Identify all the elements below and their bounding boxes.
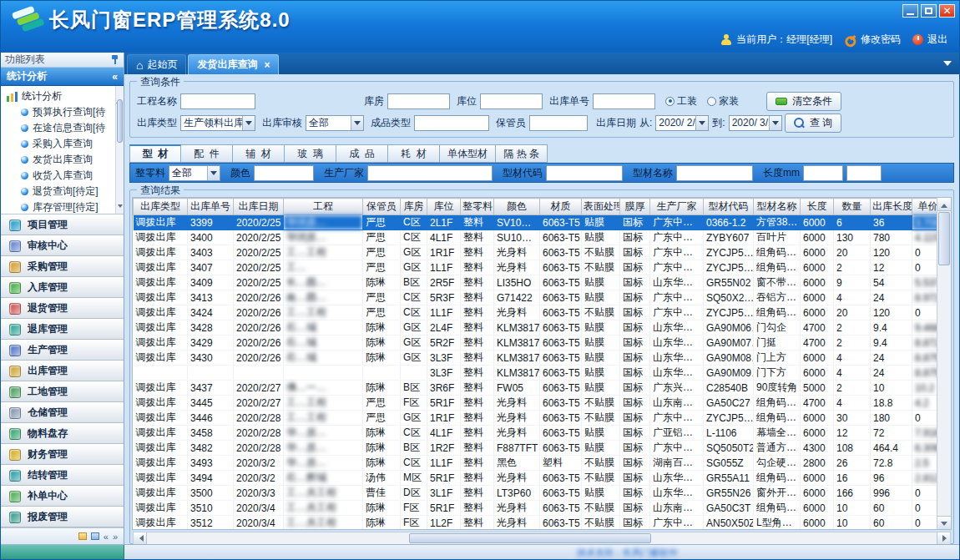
column-header[interactable]: 整零料 xyxy=(461,199,494,215)
project-name-input[interactable] xyxy=(180,93,255,109)
sidebar-section-return-warehouse[interactable]: 退库管理 xyxy=(1,319,124,340)
table-row[interactable]: 调拨出库34932020/3/2华…原…陈琳C区1L1F整料黑色塑料不贴膜国标湖… xyxy=(134,456,952,471)
maximize-button[interactable] xyxy=(921,4,937,18)
pin-icon[interactable] xyxy=(110,55,119,64)
audit-select[interactable]: 全部 xyxy=(306,115,364,131)
radio-jiazhuang[interactable] xyxy=(707,97,716,106)
location-input[interactable] xyxy=(480,93,543,109)
date-to-picker[interactable]: 2020/ 3/16 xyxy=(729,115,782,131)
tab-list-dropdown-icon[interactable] xyxy=(943,61,952,70)
sidebar-section-warehouse[interactable]: 仓储管理 xyxy=(1,402,124,423)
column-header[interactable]: 材质 xyxy=(540,199,582,215)
vertical-scrollbar-thumb[interactable] xyxy=(938,212,950,265)
close-tab-icon[interactable]: × xyxy=(264,59,270,71)
table-row[interactable]: 3L3F整料KLM38176063-T5贴膜国标山东华…GA90M09…门下方6… xyxy=(134,366,952,381)
tab-shipment-query[interactable]: 发货出库查询 × xyxy=(188,54,279,74)
table-row[interactable]: 调拨出库34292020/2/26石…城陈琳G区5R2F整料KLM3817606… xyxy=(134,335,952,351)
length-min-input[interactable] xyxy=(803,165,843,181)
column-header[interactable]: 工程 xyxy=(284,199,363,215)
material-tab[interactable]: 耗 材 xyxy=(388,144,440,163)
material-tab[interactable]: 玻 璃 xyxy=(285,144,336,163)
table-row[interactable]: 调拨出库34372020/2/27佛…一…陈琳B区3R6F整料FW056063-… xyxy=(134,381,952,396)
table-row[interactable]: 调拨出库34302020/2/26石…城陈琳G区3L3F整料KLM3817606… xyxy=(134,351,952,366)
whole-piece-select[interactable]: 全部 xyxy=(169,165,220,181)
table-row[interactable]: 调拨出库34032020/2/25工…工程严思G区1R1F整料光身料6063-T… xyxy=(134,245,952,260)
material-tab[interactable]: 型 材 xyxy=(129,144,181,163)
table-row[interactable]: 调拨出库35002020/3/3工…共工程曹佳D区3L1F整料LT3P60606… xyxy=(134,486,952,501)
sidebar-section-audit[interactable]: 审核中心 xyxy=(1,235,124,256)
table-row[interactable]: 调拨出库34452020/2/27工…工程严思F区5R1F整料光身料6063-T… xyxy=(134,396,952,411)
sidebar-section-carryover[interactable]: 结转管理 xyxy=(1,465,124,486)
material-tab[interactable]: 配 件 xyxy=(181,144,233,163)
table-row[interactable]: 调拨出库34462020/2/28工…工程严思G区1R1F整料光身料6063-T… xyxy=(134,411,952,426)
sidebar-section-finance[interactable]: 财务管理 xyxy=(1,444,124,465)
table-row[interactable]: 调拨出库33992020/2/25华润原…严思C区2L1F整料SV10…6063… xyxy=(134,215,952,230)
column-header[interactable]: 出库类型 xyxy=(134,199,188,215)
folder-blue-icon[interactable] xyxy=(91,532,99,540)
horizontal-scrollbar-thumb[interactable] xyxy=(409,533,651,543)
table-row[interactable]: 调拨出库34242020/2/26工…工程严思C区1L1F整料光身料6063-T… xyxy=(134,305,952,320)
collapse-icon[interactable]: « xyxy=(112,71,118,83)
scroll-up-button[interactable] xyxy=(937,198,951,211)
column-header[interactable]: 型材名称 xyxy=(754,199,801,215)
table-row[interactable]: 调拨出库34822020/2/28华…原…陈琳B区1R2F整料F887TFT60… xyxy=(134,441,952,456)
table-row[interactable]: 调拨出库34282020/2/26石…城陈琳G区2L4F整料KLM3817606… xyxy=(134,320,952,335)
sidebar-section-supplement[interactable]: 补单中心 xyxy=(1,486,124,507)
manufacturer-input[interactable] xyxy=(367,165,493,181)
tree-scrollbar[interactable] xyxy=(115,86,124,214)
column-header[interactable]: 生产厂家 xyxy=(650,199,704,215)
sidebar-section-purchase[interactable]: 采购管理 xyxy=(1,256,124,277)
table-row[interactable]: 调拨出库34582020/2/28华…原…陈琳C区4L1F整料光身料6063-T… xyxy=(134,426,952,441)
change-password-link[interactable]: 修改密码 xyxy=(861,33,901,47)
tree-item[interactable]: 库存管理[待定] xyxy=(7,199,115,214)
profile-name-input[interactable] xyxy=(676,165,753,181)
tab-home[interactable]: ⌂ 起始页 xyxy=(127,54,186,74)
length-max-input[interactable] xyxy=(846,165,882,181)
sidebar-section-production[interactable]: 生产管理 xyxy=(1,340,124,361)
material-tab[interactable]: 辅 材 xyxy=(233,144,285,163)
folder-icon[interactable] xyxy=(78,532,87,540)
out-type-select[interactable]: 生产领料出库 xyxy=(180,115,255,131)
search-button[interactable]: 查 询 xyxy=(785,114,841,133)
vertical-scrollbar[interactable] xyxy=(937,198,951,529)
table-row[interactable]: 调拨出库34002020/2/25华润原…严思C区4L1F整料SU10…6063… xyxy=(134,230,952,245)
material-tab[interactable]: 成 品 xyxy=(336,144,388,163)
sidebar-section-inventory[interactable]: 物料盘存 xyxy=(1,423,124,444)
order-no-input[interactable] xyxy=(593,93,655,109)
column-header[interactable]: 颜色 xyxy=(494,199,540,215)
table-row[interactable]: 调拨出库34072020/2/25工…严思G区1L1F整料光身料6063-T5不… xyxy=(134,260,952,275)
support-link[interactable]: 技术支持：长风门窗软件 xyxy=(577,547,678,559)
product-type-input[interactable] xyxy=(414,115,489,131)
scroll-right-button[interactable] xyxy=(937,532,950,544)
column-header[interactable]: 库房 xyxy=(401,199,427,215)
tree-item[interactable]: 发货出库查询 xyxy=(7,152,115,168)
table-row[interactable]: 调拨出库34132020/2/26南…园…严思C区5R3F整料G71422606… xyxy=(134,290,952,305)
tree-item[interactable]: 在途信息查询[待 xyxy=(7,120,115,136)
scrollbar-thumb[interactable] xyxy=(117,99,123,143)
column-header[interactable]: 出库单号 xyxy=(188,199,234,215)
column-header[interactable]: 型材代码 xyxy=(704,199,754,215)
close-button[interactable]: ✕ xyxy=(939,4,955,18)
column-header[interactable]: 出库日期 xyxy=(234,199,284,215)
scroll-left-icon[interactable]: « xyxy=(104,532,109,542)
radio-gongzhuang[interactable] xyxy=(665,97,675,106)
logout-button[interactable]: 退出 xyxy=(927,33,947,47)
sidebar-section-inbound[interactable]: 入库管理 xyxy=(1,277,124,298)
sidebar-group-header[interactable]: 统计分析 « xyxy=(1,68,124,86)
tree-item[interactable]: 预算执行查询[待 xyxy=(7,104,115,120)
column-header[interactable]: 保管员 xyxy=(363,199,401,215)
column-header[interactable]: 膜厚 xyxy=(620,199,650,215)
keeper-input[interactable] xyxy=(529,115,588,131)
material-tab[interactable]: 单体型材 xyxy=(440,144,496,163)
sidebar-section-site[interactable]: 工地管理 xyxy=(1,381,124,402)
table-row[interactable]: 调拨出库34092020/2/25长…园…陈琳B区2R5F整料LI35HO606… xyxy=(134,275,952,290)
color-input[interactable] xyxy=(254,165,314,181)
sidebar-section-outbound[interactable]: 出库管理 xyxy=(1,361,124,381)
column-header[interactable]: 数量 xyxy=(834,199,871,215)
warehouse-input[interactable] xyxy=(387,93,450,109)
scroll-right-icon[interactable]: » xyxy=(113,532,118,542)
scroll-down-button[interactable] xyxy=(937,516,951,529)
sidebar-section-return-goods[interactable]: 退货管理 xyxy=(1,298,124,319)
material-tab[interactable]: 隔 热 条 xyxy=(496,144,548,163)
column-header[interactable]: 出库长度 xyxy=(871,199,912,215)
